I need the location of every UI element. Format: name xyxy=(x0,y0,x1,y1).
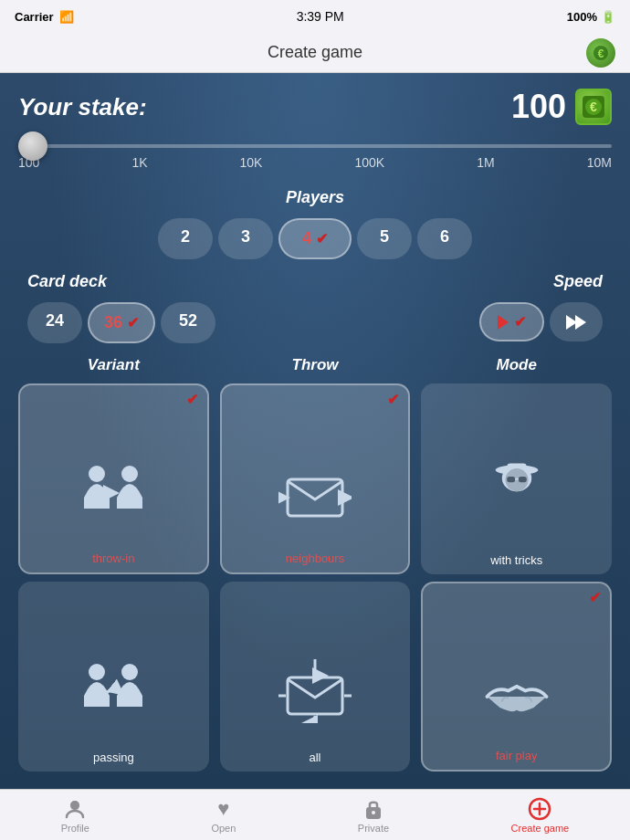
slider-thumb[interactable] xyxy=(18,131,47,161)
wifi-icon: 📶 xyxy=(59,10,74,24)
passing-icon xyxy=(52,632,176,751)
tab-bar: Profile ♥ Open Private Create game xyxy=(0,789,630,840)
speed-check: ✔ xyxy=(514,313,526,331)
tab-open[interactable]: ♥ Open xyxy=(211,797,236,834)
svg-point-7 xyxy=(89,664,105,680)
players-title: Players xyxy=(18,188,612,207)
nav-bar: Create game € xyxy=(0,33,630,73)
players-section: Players 2 3 4 ✔ 5 6 xyxy=(18,188,612,259)
tab-open-label: Open xyxy=(211,823,236,834)
svg-rect-17 xyxy=(518,477,526,482)
players-pill-5[interactable]: 5 xyxy=(357,218,412,259)
tab-private-label: Private xyxy=(358,823,389,834)
stake-section: Your stake: 100 € xyxy=(18,88,612,126)
svg-point-20 xyxy=(372,811,375,814)
players-pill-3[interactable]: 3 xyxy=(218,218,273,259)
throw-in-label: throw-in xyxy=(92,551,134,565)
neighbours-icon xyxy=(254,435,375,551)
all-icon xyxy=(253,632,377,751)
svg-rect-11 xyxy=(288,677,342,714)
time-text: 3:39 PM xyxy=(297,9,344,24)
slider-label-1k: 1K xyxy=(131,155,147,170)
players-pill-2[interactable]: 2 xyxy=(158,218,213,259)
speed-pill-normal[interactable]: ✔ xyxy=(479,302,544,341)
profile-icon xyxy=(63,797,87,821)
speed-pill-fast[interactable] xyxy=(550,302,603,341)
variant-passing-card[interactable]: passing xyxy=(18,582,209,772)
slider-label-100k: 100K xyxy=(355,155,385,170)
mode-title: Mode xyxy=(496,356,536,374)
card-deck-section: Card deck 24 36 ✔ 52 xyxy=(18,272,306,343)
mode-with-tricks-card[interactable]: with tricks xyxy=(421,383,612,574)
open-icon: ♥ xyxy=(217,797,229,821)
create-game-icon xyxy=(528,797,551,821)
battery-icon: 🔋 xyxy=(601,10,615,24)
tab-private[interactable]: Private xyxy=(358,797,389,834)
variant-check: ✔ xyxy=(186,391,198,408)
stake-slider[interactable]: 100 1K 10K 100K 1M 10M xyxy=(18,144,612,170)
throw-neighbours-check: ✔ xyxy=(387,391,399,408)
all-label: all xyxy=(310,751,321,764)
slider-label-1m: 1M xyxy=(477,155,494,170)
fair-play-label: fair play xyxy=(496,749,538,762)
variant-title: Variant xyxy=(88,356,140,374)
variant-section: Variant ✔ xyxy=(18,356,209,779)
main-content: Your stake: 100 € 100 1K 10K 100K 1M 10M xyxy=(0,73,630,789)
stake-label: Your stake: xyxy=(18,93,147,121)
deck-pill-52[interactable]: 52 xyxy=(161,302,215,343)
svg-point-6 xyxy=(121,466,138,482)
throw-section: Throw ✔ xyxy=(220,356,411,779)
carrier-text: Carrier xyxy=(15,10,54,24)
throw-neighbours-card[interactable]: ✔ xyxy=(220,383,411,574)
with-tricks-icon xyxy=(455,434,579,552)
fair-play-icon xyxy=(456,633,577,750)
stake-coin-icon: € xyxy=(575,89,612,125)
mode-fair-play-card[interactable]: ✔ fair play xyxy=(421,582,612,772)
svg-point-9 xyxy=(121,664,138,680)
players-pill-4[interactable]: 4 ✔ xyxy=(278,218,352,259)
speed-triangle-1 xyxy=(498,315,509,330)
speed-triangle-2b xyxy=(575,315,586,330)
variant-throw-in-card[interactable]: ✔ xyxy=(18,383,209,574)
stake-value: 100 xyxy=(511,88,566,126)
nav-coin-icon: € xyxy=(586,38,615,68)
status-bar: Carrier 📶 3:39 PM 100% 🔋 xyxy=(0,0,630,33)
tab-profile[interactable]: Profile xyxy=(61,797,89,834)
neighbours-label: neighbours xyxy=(286,551,344,565)
players-pill-6[interactable]: 6 xyxy=(417,218,472,259)
card-deck-title: Card deck xyxy=(27,272,306,291)
svg-text:€: € xyxy=(590,100,597,114)
with-tricks-label: with tricks xyxy=(490,553,542,567)
tab-create-game-label: Create game xyxy=(511,823,570,834)
speed-section: Speed ✔ xyxy=(324,272,612,343)
deck-pill-36[interactable]: 36 ✔ xyxy=(88,302,155,343)
nav-title: Create game xyxy=(268,43,362,62)
slider-label-10m: 10M xyxy=(587,155,612,170)
mode-section: Mode xyxy=(421,356,612,779)
svg-text:€: € xyxy=(598,47,604,60)
svg-rect-10 xyxy=(288,479,342,516)
svg-rect-16 xyxy=(507,477,515,482)
battery-text: 100% xyxy=(567,10,597,24)
fair-play-check: ✔ xyxy=(589,589,601,606)
deck-pill-24[interactable]: 24 xyxy=(27,302,82,343)
svg-point-5 xyxy=(89,466,105,482)
throw-in-icon xyxy=(53,435,174,551)
tab-create-game[interactable]: Create game xyxy=(511,797,570,834)
private-icon xyxy=(363,797,383,821)
slider-label-10k: 10K xyxy=(240,155,263,170)
throw-title: Throw xyxy=(292,356,339,374)
passing-label: passing xyxy=(93,751,134,764)
tab-profile-label: Profile xyxy=(61,823,89,834)
speed-title: Speed xyxy=(324,272,603,291)
svg-point-8 xyxy=(90,685,103,698)
throw-all-card[interactable]: all xyxy=(220,582,411,772)
